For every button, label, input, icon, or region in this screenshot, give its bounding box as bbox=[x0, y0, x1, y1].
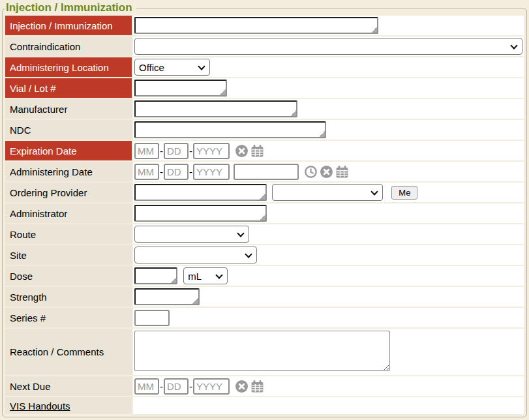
site-select-wrap bbox=[134, 247, 257, 263]
administrator-input[interactable] bbox=[134, 205, 267, 222]
ndc-label: NDC bbox=[5, 120, 132, 140]
dose-label: Dose bbox=[5, 266, 132, 286]
administering-date-label: Administering Date bbox=[5, 162, 132, 181]
route-select[interactable] bbox=[134, 226, 249, 243]
administering-location-select-wrap: Office bbox=[134, 59, 210, 76]
site-select[interactable] bbox=[134, 247, 257, 263]
date-separator: - bbox=[160, 145, 163, 157]
form-legend: Injection / Immunization bbox=[5, 1, 136, 14]
ndc-input[interactable] bbox=[134, 121, 326, 138]
expiration-day-input[interactable] bbox=[164, 143, 189, 159]
expiration-year-input[interactable] bbox=[193, 143, 230, 159]
expiration-date-label: Expiration Date bbox=[5, 141, 132, 160]
series-label: Series # bbox=[5, 308, 132, 327]
date-separator: - bbox=[189, 381, 192, 392]
series-input[interactable] bbox=[134, 310, 170, 326]
ordering-provider-select[interactable] bbox=[272, 184, 383, 201]
ordering-provider-select-wrap bbox=[272, 184, 383, 201]
table-row: Administrator bbox=[5, 203, 524, 223]
clock-icon[interactable] bbox=[305, 166, 317, 178]
administering-location-select[interactable]: Office bbox=[134, 59, 210, 76]
table-row: Manufacturer bbox=[5, 99, 524, 119]
table-row: Dose mL bbox=[5, 266, 524, 286]
injection-label: Injection / Immunization bbox=[5, 16, 132, 35]
date-separator: - bbox=[189, 145, 192, 157]
date-separator: - bbox=[189, 166, 192, 177]
calendar-icon[interactable] bbox=[251, 145, 264, 157]
table-row: Vial / Lot # bbox=[5, 78, 524, 98]
contraindication-label: Contraindication bbox=[5, 37, 132, 56]
vial-lot-input[interactable] bbox=[134, 80, 227, 97]
administering-time-input[interactable] bbox=[234, 164, 299, 180]
vis-handouts-link[interactable]: VIS Handouts bbox=[10, 400, 70, 412]
table-row: Reaction / Comments bbox=[5, 329, 524, 375]
dose-unit-select[interactable]: mL bbox=[183, 267, 228, 284]
table-row: NDC bbox=[5, 120, 524, 140]
administering-year-input[interactable] bbox=[193, 164, 230, 180]
administering-month-input[interactable] bbox=[134, 164, 159, 180]
strength-input[interactable] bbox=[134, 288, 200, 305]
dose-unit-select-wrap: mL bbox=[183, 267, 228, 284]
vis-handouts-value-cell bbox=[133, 397, 524, 414]
table-row: Site bbox=[5, 245, 524, 265]
site-label: Site bbox=[5, 245, 132, 265]
dose-input[interactable] bbox=[134, 267, 177, 284]
route-label: Route bbox=[5, 224, 132, 244]
contraindication-select-wrap bbox=[134, 38, 522, 55]
me-button[interactable]: Me bbox=[391, 186, 417, 200]
reaction-comments-label: Reaction / Comments bbox=[5, 329, 132, 375]
manufacturer-label: Manufacturer bbox=[5, 99, 132, 119]
administering-location-label: Administering Location bbox=[5, 57, 132, 77]
table-row: Contraindication bbox=[5, 37, 524, 56]
form-table: Injection / Immunization Contraindicatio… bbox=[4, 14, 525, 415]
administering-day-input[interactable] bbox=[164, 164, 189, 180]
vial-lot-label: Vial / Lot # bbox=[5, 78, 132, 98]
date-separator: - bbox=[160, 166, 163, 177]
vis-handouts-cell: VIS Handouts bbox=[5, 397, 132, 414]
table-row: Ordering Provider Me bbox=[5, 183, 524, 202]
strength-label: Strength bbox=[5, 287, 132, 307]
date-separator: - bbox=[160, 381, 163, 392]
next-due-day-input[interactable] bbox=[164, 378, 189, 395]
reaction-comments-textarea[interactable] bbox=[134, 331, 390, 371]
next-due-month-input[interactable] bbox=[134, 378, 159, 395]
table-row: Next Due -- bbox=[5, 376, 524, 396]
injection-input[interactable] bbox=[134, 17, 378, 34]
ordering-provider-input[interactable] bbox=[134, 184, 267, 201]
contraindication-select[interactable] bbox=[134, 38, 522, 55]
ordering-provider-label: Ordering Provider bbox=[5, 183, 132, 202]
administrator-label: Administrator bbox=[5, 203, 132, 223]
next-due-year-input[interactable] bbox=[193, 378, 230, 395]
injection-form: Injection / Immunization Injection / Imm… bbox=[2, 1, 527, 417]
table-row: Administering Location Office bbox=[5, 57, 524, 77]
calendar-icon[interactable] bbox=[251, 380, 264, 393]
table-row: Injection / Immunization bbox=[5, 16, 524, 35]
expiration-month-input[interactable] bbox=[134, 143, 159, 159]
clear-circle-icon[interactable] bbox=[235, 145, 248, 157]
table-row: Administering Date -- bbox=[5, 162, 524, 181]
next-due-label: Next Due bbox=[5, 376, 132, 396]
table-row: VIS Handouts bbox=[5, 397, 524, 414]
table-row: Expiration Date -- bbox=[5, 141, 524, 160]
clear-circle-icon[interactable] bbox=[320, 166, 333, 178]
table-row: Series # bbox=[5, 308, 524, 327]
table-row: Route bbox=[5, 224, 524, 244]
table-row: Strength bbox=[5, 287, 524, 307]
route-select-wrap bbox=[134, 226, 249, 243]
calendar-icon[interactable] bbox=[336, 166, 348, 178]
clear-circle-icon[interactable] bbox=[235, 380, 248, 393]
manufacturer-input[interactable] bbox=[134, 100, 297, 117]
